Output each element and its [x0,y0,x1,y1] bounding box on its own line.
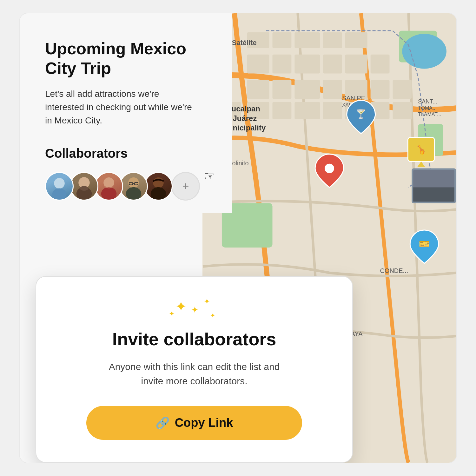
svg-rect-7 [273,32,292,48]
collaborator-avatar-4 [119,172,148,201]
add-collaborator-button[interactable]: + [171,172,200,201]
svg-rect-23 [393,80,412,99]
svg-text:🦒: 🦒 [416,144,427,155]
svg-rect-26 [273,102,292,119]
svg-rect-17 [247,80,269,99]
avatars-row: + [45,172,213,201]
svg-point-60 [101,187,117,200]
left-panel: Upcoming Mexico City Trip Let's all add … [20,13,232,213]
svg-point-48 [325,164,334,173]
svg-rect-31 [393,102,412,119]
collaborator-avatar-3 [95,172,123,201]
svg-rect-28 [323,102,342,119]
svg-rect-9 [323,32,342,48]
svg-text:SAN PE...: SAN PE... [342,95,371,102]
svg-text:TLAMAT...: TLAMAT... [418,112,441,117]
modal-description: Anyone with this link can edit the list … [99,360,289,388]
svg-rect-55 [46,173,73,200]
svg-point-66 [153,177,164,188]
page-title: Upcoming Mexico City Trip [45,39,213,78]
svg-rect-27 [294,102,320,119]
sparkle-icon-2: ✦ [191,305,198,315]
copy-link-label: Copy Link [175,416,233,430]
sparkles-decoration: ✦ ✦ ✦ ✦ ✦ [55,296,333,321]
sparkle-icon-3: ✦ [204,297,210,306]
modal-title: Invite collaborators [55,329,333,349]
collaborator-avatar-1 [45,172,74,201]
svg-rect-12 [273,55,292,74]
svg-rect-52 [413,187,454,202]
sparkle-icon-5: ✦ [210,312,215,319]
svg-rect-14 [323,55,342,74]
svg-point-58 [80,186,88,191]
main-card: ad Satélite Naucalpan de Juárez Municipa… [19,13,457,463]
invite-modal: ✦ ✦ ✦ ✦ ✦ Invite collaborators Anyone wi… [36,276,353,463]
svg-text:🎫: 🎫 [419,239,430,249]
svg-text:🍸: 🍸 [355,109,367,119]
sparkle-icon-1: ✦ [175,298,187,314]
svg-rect-22 [371,80,390,99]
svg-rect-15 [345,55,367,74]
collaborator-avatar-2 [70,172,98,201]
svg-text:TOMA...: TOMA... [418,105,437,111]
copy-link-button[interactable]: 🔗 Copy Link [86,406,302,440]
svg-point-67 [151,187,166,200]
svg-rect-10 [345,32,367,48]
svg-rect-18 [273,80,292,99]
collaborators-heading: Collaborators [45,146,213,161]
svg-point-5 [402,34,446,69]
link-icon: 🔗 [155,416,170,430]
svg-rect-20 [323,80,342,99]
svg-rect-19 [294,80,320,99]
svg-text:CONDE...: CONDE... [380,267,408,274]
plus-icon: + [182,181,189,192]
svg-rect-8 [294,32,320,48]
trip-description: Let's all add attractions we're interest… [45,87,197,127]
svg-point-62 [126,187,142,200]
collaborator-avatar-5 [144,172,173,201]
svg-rect-11 [247,55,269,74]
svg-rect-16 [371,55,390,74]
sparkle-icon-4: ✦ [169,310,175,318]
cursor-pointer: ☞ [204,169,215,183]
svg-rect-13 [294,55,320,74]
svg-text:SANT...: SANT... [418,98,437,105]
